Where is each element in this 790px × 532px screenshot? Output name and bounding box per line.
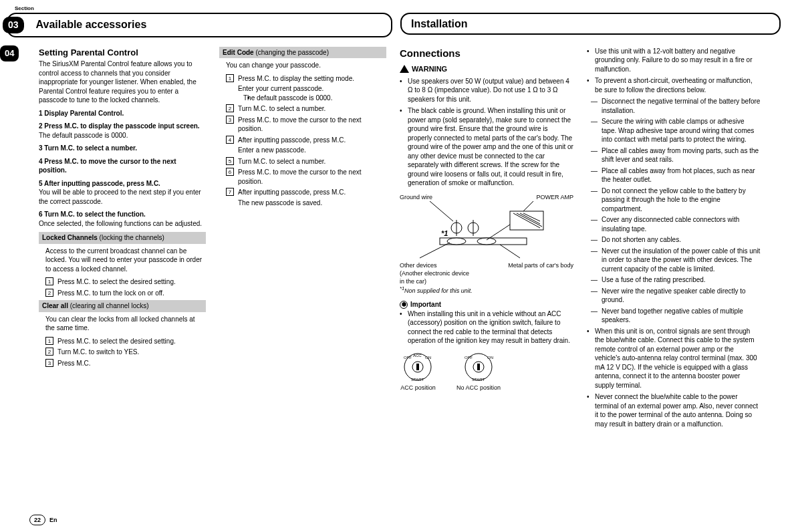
- step-5-body: You will be able to proceed to the next …: [39, 188, 206, 206]
- figure-top-labels: Ground wire POWER AMP: [400, 193, 573, 201]
- clear-step-2-text: Turn M.C. to switch to YES.: [57, 348, 139, 356]
- svg-line-16: [500, 245, 520, 258]
- parental-control-title: Setting Parental Control: [39, 47, 206, 59]
- box-num-c1: 1: [45, 337, 53, 345]
- acc-position-icon: OFF ACC ON START: [400, 352, 436, 382]
- box-e6: 6: [226, 168, 234, 176]
- box-e2: 2: [226, 104, 234, 112]
- important-label: Important: [410, 300, 441, 309]
- locked-channels-steps: 1Press M.C. to select the desired settin…: [45, 277, 206, 297]
- acc-position-item: OFF ACC ON START ACC position: [400, 352, 436, 392]
- box-num-1: 1: [45, 277, 53, 285]
- box-e7: 7: [226, 188, 234, 196]
- edit-code-steps: 1Press M.C. to display the setting mode.…: [226, 74, 386, 208]
- edit-step-6-text: Press M.C. to move the cursor to the nex…: [238, 168, 362, 185]
- no-acc-position-item: OFF ON START No ACC position: [456, 352, 501, 392]
- edit-step-7-sub: The new passcode is saved.: [238, 198, 386, 208]
- col4-dash-7: Do not shorten any cables.: [587, 235, 761, 245]
- step-2-head: 2 Press M.C. to display the passcode inp…: [39, 122, 206, 131]
- edit-step-7: 7After inputting passcode, press M.C. Th…: [226, 188, 386, 207]
- page-footer: 22 En: [29, 515, 57, 525]
- box-e5: 5: [226, 157, 234, 165]
- header-title-left: Available accessories: [36, 17, 147, 32]
- svg-text:OFF: OFF: [465, 356, 473, 360]
- header-row: 03 Available accessories Installation: [9, 13, 781, 37]
- section-number-left: 03: [3, 17, 24, 33]
- edit-step-1-sub2: The default passcode is 0000.: [238, 94, 386, 103]
- box-num-c2: 2: [45, 348, 53, 356]
- section-label: Section: [15, 5, 781, 13]
- warning-label: WARNING: [412, 64, 447, 74]
- svg-point-13: [477, 238, 496, 245]
- col4-dash-10: Never wire the negative speaker cable di…: [587, 287, 761, 305]
- edit-step-4: 4After inputting passcode, press M.C. En…: [226, 136, 386, 155]
- step-5-head: 5 After inputting passcode, press M.C.: [39, 179, 206, 188]
- locked-channels-body: Access to the current broadcast channel …: [39, 247, 206, 298]
- edit-step-7-text: After inputting passcode, press M.C.: [238, 188, 346, 196]
- svg-line-0: [430, 201, 453, 221]
- edit-step-4-text: After inputting passcode, press M.C.: [238, 136, 346, 144]
- step-6: 6 Turn M.C. to select the function.Once …: [39, 210, 206, 228]
- svg-text:ACC: ACC: [413, 354, 422, 358]
- label-ground-wire: Ground wire: [400, 193, 432, 201]
- svg-text:START: START: [472, 378, 485, 382]
- svg-text:*1: *1: [441, 229, 448, 237]
- col4-dash-11: Never band together negative cables of m…: [587, 307, 761, 325]
- clear-all-sub: (clearing all channel locks): [68, 302, 149, 309]
- header-left-wrap: 03 Available accessories: [9, 13, 392, 37]
- clear-all-steps: 1Press M.C. to select the desired settin…: [45, 337, 206, 368]
- column-1: Setting Parental Control The SiriusXM Pa…: [39, 47, 206, 432]
- edit-step-1-sub2-text: The default passcode is 0000.: [243, 94, 332, 102]
- clear-all-intro: You can clear the locks from all locked …: [45, 315, 206, 333]
- edit-code-head: Edit Code (changing the passcode): [219, 47, 386, 59]
- col4-bullet-1: Use this unit with a 12-volt battery and…: [587, 47, 761, 74]
- locked-step-2: 2Press M.C. to turn the lock on or off.: [45, 289, 206, 298]
- col4-dash-2: Secure the wiring with cable clamps or a…: [587, 117, 761, 144]
- col4-dash-6: Cover any disconnected cable connectors …: [587, 215, 761, 233]
- side-tab: 04: [0, 45, 19, 61]
- clear-all-label: Clear all: [42, 302, 68, 309]
- svg-text:OFF: OFF: [404, 356, 412, 360]
- label-other-devices-sub: (Another electronic device in the car): [400, 270, 469, 285]
- svg-text:START: START: [411, 378, 424, 382]
- step-3-head: 3 Turn M.C. to select a number.: [39, 144, 206, 153]
- header-bar-right: Installation: [400, 13, 781, 35]
- locked-channels-label: Locked Channels: [42, 234, 98, 241]
- label-other-devices: Other devices (Another electronic device…: [400, 261, 473, 285]
- box-num-c3: 3: [45, 359, 53, 367]
- col4-bullets-bottom: When this unit is on, control signals ar…: [587, 327, 761, 429]
- page-number: 22: [29, 515, 45, 525]
- edit-step-6: 6Press M.C. to move the cursor to the ne…: [226, 168, 386, 186]
- edit-step-4-sub: Enter a new passcode.: [238, 146, 386, 155]
- important-text: When installing this unit in a vehicle w…: [400, 309, 573, 346]
- edit-step-5: 5Turn M.C. to select a number.: [226, 157, 386, 166]
- col4-bullet-2: To prevent a short-circuit, overheating …: [587, 76, 761, 94]
- no-acc-position-icon: OFF ON START: [460, 352, 497, 382]
- locked-channels-head: Locked Channels (locking the channels): [39, 232, 206, 244]
- locked-step-1-text: Press M.C. to select the desired setting…: [57, 278, 176, 285]
- acc-position-label: ACC position: [400, 384, 436, 392]
- clear-all-head: Clear all (clearing all channel locks): [39, 300, 206, 312]
- step-2: 2 Press M.C. to display the passcode inp…: [39, 122, 206, 140]
- col4-dash-1: Disconnect the negative terminal of the …: [587, 97, 761, 115]
- clear-step-1-text: Press M.C. to select the desired setting…: [57, 338, 176, 345]
- figure-note: *1Non supplied for this unit.: [400, 285, 573, 295]
- step-6-head: 6 Turn M.C. to select the function.: [39, 210, 206, 219]
- svg-rect-19: [416, 364, 419, 370]
- step-1-head: 1 Display Parental Control.: [39, 109, 206, 118]
- step-4: 4 Press M.C. to move the cursor to the n…: [39, 157, 206, 175]
- header-title-right: Installation: [411, 17, 467, 31]
- column-4: Use this unit with a 12-volt battery and…: [587, 47, 761, 432]
- edit-step-3-text: Press M.C. to move the cursor to the nex…: [238, 116, 362, 133]
- grounding-diagram: *1: [400, 201, 560, 261]
- col4-dash-9: Use a fuse of the rating prescribed.: [587, 275, 761, 285]
- col4-dash-4: Place all cables away from hot places, s…: [587, 166, 761, 184]
- svg-text:ON: ON: [487, 356, 493, 360]
- locked-step-2-text: Press M.C. to turn the lock on or off.: [57, 289, 164, 297]
- edit-step-2: 2Turn M.C. to select a number.: [226, 104, 386, 114]
- page-columns: Setting Parental Control The SiriusXM Pa…: [9, 47, 781, 432]
- col4-bullet-b1: When this unit is on, control signals ar…: [587, 327, 761, 390]
- step-5: 5 After inputting passcode, press M.C.Yo…: [39, 179, 206, 207]
- parental-control-intro: The SiriusXM Parental Control feature al…: [39, 59, 206, 105]
- label-metal-parts: Metal parts of car's body: [508, 261, 573, 285]
